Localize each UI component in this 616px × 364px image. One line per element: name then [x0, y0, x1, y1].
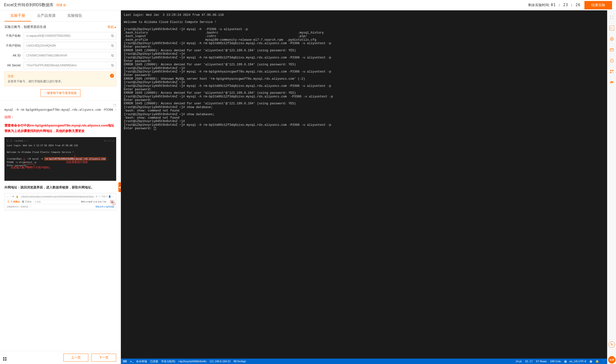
- cols: 199 Cols: [550, 360, 561, 363]
- encoding-icon: ▦: [564, 360, 567, 363]
- header-bar: Excel文件转存到RDS数据库 详情 ⧉ 剩余实验时间: 01 : 23 : …: [0, 0, 616, 10]
- panel-collapse-handle[interactable]: ◀: [118, 182, 121, 192]
- explain-label: 说明：: [4, 115, 116, 119]
- qr-rail-icon[interactable]: [609, 69, 614, 74]
- keyboard-icon[interactable]: ⌨: [123, 360, 127, 363]
- remaining-time: 剩余实验时间: 01 : 23 : 26: [528, 3, 580, 7]
- window-rail-icon[interactable]: [609, 47, 614, 52]
- terminal[interactable]: Last login: Wed Jan 3 13:29:24 2024 from…: [121, 10, 607, 359]
- help-icon[interactable]: ?: [110, 74, 114, 78]
- tab-report[interactable]: 实验报告: [61, 10, 88, 21]
- end-experiment-button[interactable]: 结束实验: [584, 1, 612, 9]
- left-panel: 实验手册 云产品资源 实验报告 实验云账号，创建资源后生成 收起▴ 子用户名称:…: [0, 10, 121, 364]
- svg-point-13: [611, 38, 613, 40]
- svg-rect-9: [5, 357, 6, 359]
- copy-code-icon[interactable]: ❐: [4, 104, 116, 108]
- annotation-password: 此处输入账户密码（子用户密码）: [11, 166, 52, 170]
- terminal-icon: ≻_: [130, 360, 133, 363]
- svg-rect-14: [610, 49, 614, 51]
- svg-point-12: [610, 37, 614, 41]
- rows: 57 Rows: [536, 360, 547, 363]
- chevron-up-icon: ▴: [114, 25, 116, 29]
- region: 华东1(杭州): [161, 360, 175, 363]
- explain-text: 需要将命令行中的rm-bp1gnkhyazncgwof78o.mysql.rds…: [4, 123, 116, 134]
- page-title: Excel文件转存到RDS数据库: [4, 2, 54, 8]
- svg-rect-8: [3, 357, 4, 359]
- copy-login-link-button[interactable]: 一键复制子账号登录链接: [40, 89, 80, 97]
- cred-label: 子用户名称:: [4, 34, 21, 38]
- session-id: ft67im3ajn: [234, 360, 246, 363]
- svg-text:?: ?: [611, 59, 612, 62]
- detail-link[interactable]: 详情 ⧉: [56, 3, 66, 7]
- instance-id: i-bp1hoyrly045t9n6vt4n: [178, 360, 206, 363]
- browser-rail-icon[interactable]: [609, 36, 614, 41]
- chat-icon[interactable]: ✎: [609, 341, 615, 348]
- collapse-toggle[interactable]: 收起▴: [108, 25, 116, 29]
- fullscreen-icon[interactable]: ⛶: [609, 15, 614, 20]
- bell-icon[interactable]: 🔔: [596, 360, 599, 363]
- ext-addr-heading: 外网地址：跳回浏览器界面，进入数据库链接，获取外网地址。: [4, 185, 116, 190]
- menu-icon[interactable]: ⋮: [602, 360, 605, 363]
- sub-password-field[interactable]: [24, 42, 116, 49]
- cred-section-title: 实验云账号，创建资源后生成: [4, 25, 46, 29]
- svg-rect-18: [610, 70, 611, 71]
- copy-icon[interactable]: [111, 64, 114, 67]
- svg-rect-10: [3, 359, 4, 361]
- ip-address: 121.199.6.194:22: [209, 360, 231, 363]
- sub-username-field[interactable]: [24, 32, 116, 39]
- tab-manual[interactable]: 实验手册: [4, 10, 31, 21]
- code-line: mysql -h rm-bp1gnkhyazncgwof78o.mysql.rd…: [4, 108, 116, 111]
- svg-rect-19: [612, 70, 613, 71]
- cred-label: AK ID:: [4, 54, 21, 57]
- tab-resources[interactable]: 云产品资源: [31, 10, 61, 21]
- prev-page-button[interactable]: 上一页: [63, 354, 88, 362]
- ak-id-field[interactable]: [24, 52, 116, 59]
- ak-secret-field[interactable]: [24, 62, 116, 69]
- svg-rect-21: [612, 72, 613, 73]
- terminal-rail-icon[interactable]: ≻_: [609, 26, 614, 31]
- mock-browser-screenshot: ← → ⟳🔒 rdsnext.console.aliyun.com/detail…: [4, 193, 116, 210]
- status-bar: ⌨ ≻_ 命令终端 已连接 华东1(杭州) i-bp1hoyrly045t9n6…: [121, 359, 607, 364]
- cred-label: 子用户密码:: [4, 44, 21, 48]
- free-badge[interactable]: 免费: [608, 356, 616, 364]
- conn-status: 已连接: [150, 360, 158, 363]
- feedback-rail-icon[interactable]: [609, 80, 614, 85]
- annotation-replace: 此处需要进行替换: [66, 160, 88, 164]
- mock-terminal-screenshot: 1. 2. ▸命令终端 ✕ ＋⟲ ❐ ⛶ ✕ Last login: Wed J…: [4, 137, 116, 181]
- svg-rect-22: [613, 73, 613, 73]
- help-rail-icon[interactable]: ?: [609, 58, 614, 63]
- font-size[interactable]: 14 pt: [516, 360, 522, 363]
- next-page-button[interactable]: 下一页: [91, 354, 116, 362]
- grid-toggle-icon[interactable]: [3, 357, 7, 361]
- svg-rect-20: [610, 72, 611, 73]
- cred-label: AK Secret:: [4, 64, 21, 67]
- tool-rail: ⛶ ≻_ ? ✎ 免费: [607, 10, 616, 364]
- copy-icon[interactable]: [111, 44, 114, 47]
- alert-box: ? 注意: 若登录子账号，请打开隐私窗口进行登录。: [4, 72, 116, 86]
- right-panel: ◀ Last login: Wed Jan 3 13:29:24 2024 fr…: [121, 10, 616, 364]
- copy-icon[interactable]: [111, 54, 114, 57]
- manual-content[interactable]: ❐ mysql -h rm-bp1gnkhyazncgwof78o.mysql.…: [0, 101, 121, 364]
- cursor-pos: 32, 17: [525, 360, 533, 363]
- nav-footer: 上一页 下一页: [0, 351, 121, 364]
- tabs: 实验手册 云产品资源 实验报告: [0, 10, 121, 22]
- layout-icon[interactable]: ▦: [590, 360, 592, 363]
- credentials-section: 实验云账号，创建资源后生成 收起▴ 子用户名称: 子用户密码: AK ID: A…: [0, 22, 121, 101]
- copy-icon[interactable]: [111, 34, 114, 37]
- svg-rect-11: [5, 359, 6, 361]
